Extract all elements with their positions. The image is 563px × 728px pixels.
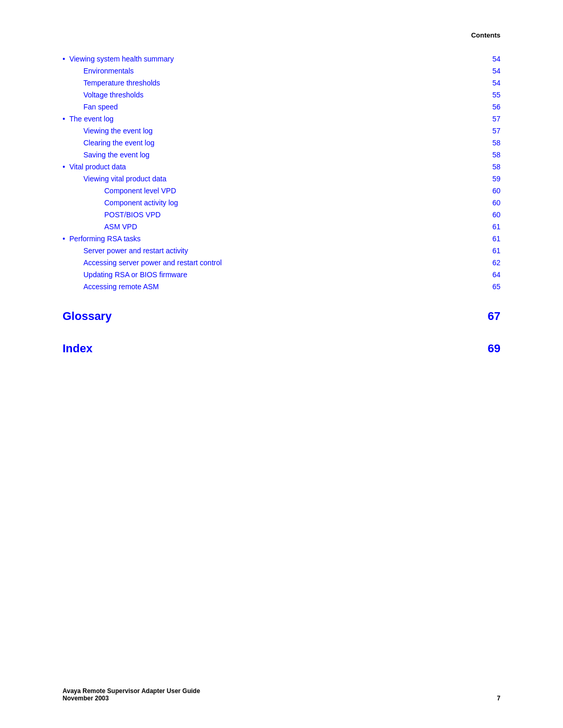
toc-item[interactable]: Clearing the event log58 <box>63 139 500 147</box>
toc-item-page: 58 <box>485 163 500 171</box>
toc-item[interactable]: Component level VPD60 <box>63 187 500 195</box>
toc-item-text: Updating RSA or BIOS firmware <box>83 270 187 279</box>
toc-item-text: Clearing the event log <box>83 139 154 147</box>
toc-item-page: 60 <box>485 187 500 195</box>
toc-item[interactable]: Fan speed56 <box>63 103 500 111</box>
toc-container: •Viewing system health summary54Environm… <box>63 55 500 355</box>
toc-item-text: Viewing the event log <box>83 127 153 135</box>
toc-item[interactable]: •The event log57 <box>63 115 500 123</box>
footer-date: November 2003 <box>63 695 200 702</box>
toc-item[interactable]: Updating RSA or BIOS firmware64 <box>63 270 500 279</box>
toc-item-page: 54 <box>485 55 500 63</box>
toc-item-page: 60 <box>485 211 500 219</box>
toc-item-text: The event log <box>69 115 114 123</box>
bullet-icon: • <box>63 115 65 123</box>
toc-item-page: 59 <box>485 175 500 183</box>
toc-item-page: 57 <box>485 127 500 135</box>
footer: Avaya Remote Supervisor Adapter User Gui… <box>63 687 500 702</box>
toc-item-page: 64 <box>485 270 500 279</box>
footer-page-number: 7 <box>497 695 500 702</box>
page-header: Contents <box>63 31 500 39</box>
toc-item-text: Viewing system health summary <box>69 55 174 63</box>
toc-item-text: Temperature thresholds <box>83 79 160 87</box>
toc-item-page: 55 <box>485 91 500 99</box>
header-label: Contents <box>471 31 500 39</box>
toc-item-text: Fan speed <box>83 103 118 111</box>
toc-item[interactable]: Saving the event log58 <box>63 151 500 159</box>
toc-item[interactable]: Server power and restart activity61 <box>63 246 500 255</box>
toc-item-page: 54 <box>485 67 500 75</box>
toc-item[interactable]: Accessing remote ASM65 <box>63 282 500 291</box>
toc-item-text: Saving the event log <box>83 151 150 159</box>
toc-item-page: 58 <box>485 139 500 147</box>
toc-item[interactable]: •Viewing system health summary54 <box>63 55 500 63</box>
toc-item-text: Accessing remote ASM <box>83 282 159 291</box>
toc-item-page: 65 <box>485 282 500 291</box>
bullet-icon: • <box>63 55 65 63</box>
toc-item[interactable]: Voltage thresholds55 <box>63 91 500 99</box>
toc-item-page: 62 <box>485 258 500 267</box>
toc-item-text: POST/BIOS VPD <box>104 211 161 219</box>
footer-title: Avaya Remote Supervisor Adapter User Gui… <box>63 687 200 695</box>
section-page-number: 69 <box>488 342 500 355</box>
toc-item[interactable]: ASM VPD61 <box>63 223 500 231</box>
toc-item[interactable]: Accessing server power and restart contr… <box>63 258 500 267</box>
toc-item[interactable]: POST/BIOS VPD60 <box>63 211 500 219</box>
section-page-number: 67 <box>488 310 500 323</box>
toc-item-page: 61 <box>485 246 500 255</box>
toc-item-page: 54 <box>485 79 500 87</box>
toc-item[interactable]: Temperature thresholds54 <box>63 79 500 87</box>
section-title-text: Index <box>63 342 92 355</box>
toc-item-text: Component level VPD <box>104 187 176 195</box>
section-heading[interactable]: Glossary67 <box>63 310 500 323</box>
toc-item-page: 57 <box>485 115 500 123</box>
toc-item[interactable]: Component activity log60 <box>63 199 500 207</box>
bullet-icon: • <box>63 163 65 171</box>
toc-item[interactable]: Viewing vital product data59 <box>63 175 500 183</box>
toc-item-text: Accessing server power and restart contr… <box>83 258 222 267</box>
toc-item-page: 58 <box>485 151 500 159</box>
toc-item-text: Voltage thresholds <box>83 91 143 99</box>
toc-item[interactable]: •Performing RSA tasks61 <box>63 235 500 243</box>
toc-item-page: 61 <box>485 235 500 243</box>
toc-item[interactable]: •Vital product data58 <box>63 163 500 171</box>
section-heading[interactable]: Index69 <box>63 342 500 355</box>
section-title-text: Glossary <box>63 310 112 323</box>
toc-item-text: Viewing vital product data <box>83 175 166 183</box>
toc-item[interactable]: Environmentals54 <box>63 67 500 75</box>
bullet-icon: • <box>63 235 65 243</box>
toc-item-text: ASM VPD <box>104 223 137 231</box>
toc-item-page: 61 <box>485 223 500 231</box>
toc-item[interactable]: Viewing the event log57 <box>63 127 500 135</box>
toc-item-page: 60 <box>485 199 500 207</box>
toc-item-text: Environmentals <box>83 67 134 75</box>
toc-item-page: 56 <box>485 103 500 111</box>
toc-item-text: Performing RSA tasks <box>69 235 141 243</box>
toc-item-text: Server power and restart activity <box>83 246 188 255</box>
toc-item-text: Component activity log <box>104 199 178 207</box>
toc-item-text: Vital product data <box>69 163 126 171</box>
page: Contents •Viewing system health summary5… <box>0 0 563 728</box>
footer-left: Avaya Remote Supervisor Adapter User Gui… <box>63 687 200 702</box>
